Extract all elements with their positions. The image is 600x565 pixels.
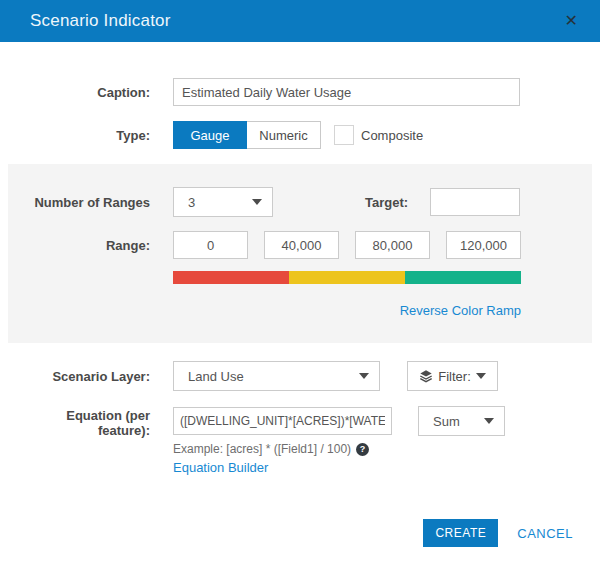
- close-icon[interactable]: ✕: [561, 11, 582, 31]
- ranges-section: Number of Ranges 3 Target: Range:: [8, 164, 592, 343]
- ramp-segment-yellow: [289, 271, 405, 284]
- type-label: Type:: [0, 128, 150, 143]
- composite-label: Composite: [361, 128, 423, 143]
- help-icon[interactable]: ?: [356, 443, 369, 456]
- range-input-2[interactable]: [264, 231, 339, 259]
- range-input-1[interactable]: [173, 231, 248, 259]
- equation-label: Equation (per feature):: [0, 406, 150, 438]
- chevron-down-icon: [359, 373, 369, 379]
- dialog-title: Scenario Indicator: [30, 11, 561, 31]
- filter-label: Filter:: [438, 369, 471, 384]
- equation-example: Example: [acres] * ([Field1] / 100) ?: [173, 442, 505, 456]
- number-of-ranges-value: 3: [188, 195, 252, 210]
- dialog-header: Scenario Indicator ✕: [0, 0, 600, 42]
- scenario-layer-select[interactable]: Land Use: [173, 361, 380, 391]
- type-gauge-button[interactable]: Gauge: [173, 121, 247, 149]
- aggregate-value: Sum: [433, 414, 484, 429]
- ramp-segment-green: [405, 271, 521, 284]
- composite-checkbox[interactable]: [334, 125, 354, 145]
- range-input-4[interactable]: [446, 231, 521, 259]
- reverse-color-ramp-link[interactable]: Reverse Color Ramp: [400, 303, 521, 318]
- scenario-layer-value: Land Use: [188, 369, 359, 384]
- chevron-down-icon: [484, 418, 494, 424]
- cancel-button[interactable]: CANCEL: [517, 526, 573, 541]
- create-button[interactable]: CREATE: [423, 519, 498, 547]
- caption-label: Caption:: [0, 85, 150, 100]
- range-label: Range:: [8, 238, 150, 253]
- type-numeric-button[interactable]: Numeric: [247, 121, 321, 149]
- number-of-ranges-select[interactable]: 3: [173, 187, 273, 217]
- number-of-ranges-label: Number of Ranges: [8, 195, 150, 210]
- type-segmented-control: Gauge Numeric: [173, 121, 321, 149]
- chevron-down-icon: [476, 373, 486, 379]
- dialog-footer: CREATE CANCEL: [0, 519, 600, 547]
- target-label: Target:: [365, 195, 408, 210]
- aggregate-select[interactable]: Sum: [418, 406, 505, 436]
- chevron-down-icon: [252, 199, 262, 205]
- range-input-3[interactable]: [355, 231, 430, 259]
- scenario-indicator-dialog: Scenario Indicator ✕ Caption: Type: Gaug…: [0, 0, 600, 565]
- equation-builder-link[interactable]: Equation Builder: [173, 460, 505, 475]
- ramp-segment-red: [173, 271, 289, 284]
- equation-input[interactable]: [173, 407, 392, 435]
- color-ramp: [173, 271, 521, 284]
- layers-icon: [419, 369, 433, 383]
- target-input[interactable]: [430, 188, 520, 216]
- caption-input[interactable]: [173, 78, 520, 106]
- filter-dropdown-button[interactable]: Filter:: [407, 361, 498, 391]
- scenario-layer-label: Scenario Layer:: [0, 369, 150, 384]
